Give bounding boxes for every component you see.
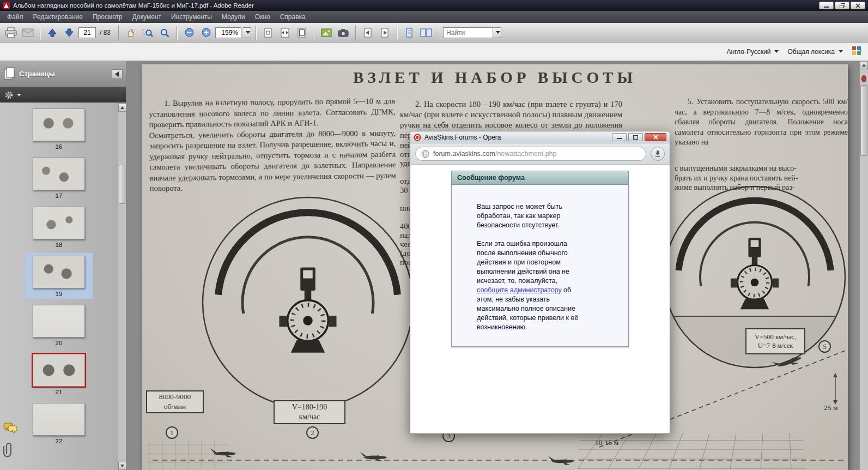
pages-icon (3, 67, 15, 81)
thumbnail-image[interactable] (33, 305, 85, 338)
toolbar-separator (177, 26, 177, 40)
zoom-out-button[interactable] (181, 25, 197, 40)
menu-window[interactable]: Окно (250, 11, 275, 22)
translator-icon[interactable] (852, 46, 861, 57)
arrow-down-icon (655, 150, 660, 157)
scrollbar-thumb[interactable] (860, 85, 867, 156)
toolbar-separator (118, 26, 119, 40)
magnifier-icon (160, 28, 169, 38)
actual-size-button[interactable] (260, 25, 276, 40)
forum-message-body: Ваш запрос не может быть обработан, так … (451, 185, 629, 347)
page-thumbnail[interactable]: 16 (25, 106, 93, 152)
zoom-dropdown-button[interactable] (243, 27, 251, 38)
fit-width-button[interactable] (277, 25, 293, 40)
text-column-1: 1. Вырулив на взлетную полосу, прорулить… (149, 96, 396, 194)
opera-close-button[interactable] (645, 133, 666, 141)
print-button[interactable] (3, 25, 19, 40)
previous-view-icon (363, 28, 373, 38)
dimension-10-15m: 10-15 м (595, 438, 618, 447)
chevron-down-icon (839, 50, 843, 53)
scroll-down-button[interactable] (118, 462, 126, 470)
forum-message-paragraph-2: Если эта ошибка произошла после выполнен… (477, 239, 587, 332)
opera-minimize-button[interactable] (612, 133, 627, 141)
opera-titlebar[interactable]: AviaSkins.Forums - Opera (410, 131, 670, 143)
menu-edit[interactable]: Редактирование (28, 11, 88, 22)
zoom-out-icon (185, 28, 194, 37)
comments-panel-button[interactable] (3, 422, 17, 436)
download-button[interactable] (651, 147, 665, 161)
page-title: ВЗЛЕТ И НАБОР ВЫСОТЫ (142, 69, 848, 87)
text-column-3-continued: с выпущенными закрылками на высо- брать … (675, 164, 848, 192)
arrow-up-icon (47, 28, 57, 38)
printer-icon (5, 27, 17, 38)
sidebar-scrollbar[interactable] (118, 104, 126, 470)
thumbnail-image[interactable] (33, 109, 85, 141)
notify-admin-link[interactable]: сообщите администратору (477, 286, 562, 294)
pages-panel: Страницы 16 17 18 19 20 21 (0, 61, 126, 470)
thumbnail-image[interactable] (33, 256, 85, 288)
page-thumbnail-current[interactable]: 21 (25, 351, 93, 397)
two-page-layout-button[interactable] (418, 25, 434, 40)
forum-message-header: Сообщение форума (451, 171, 629, 185)
close-button[interactable] (851, 2, 865, 9)
lexicon-dropdown[interactable]: Общая лексика (787, 48, 843, 56)
zoom-in-button[interactable] (198, 25, 214, 40)
attachments-panel-button[interactable] (3, 442, 14, 460)
opera-icon (414, 134, 421, 141)
next-view-button[interactable] (377, 25, 392, 40)
next-page-button[interactable] (62, 25, 77, 40)
fit-page-button[interactable] (294, 25, 309, 40)
dictionary-plugin-bar: Англо-Русский Общая лексика (0, 43, 868, 61)
dynamic-zoom-button[interactable] (157, 25, 172, 40)
scroll-up-button[interactable] (118, 104, 126, 112)
menu-document[interactable]: Документ (128, 11, 166, 22)
minimize-button[interactable] (819, 2, 834, 9)
collapse-panel-button[interactable] (112, 69, 123, 79)
page-thumbnail[interactable]: 22 (25, 400, 93, 446)
url-field[interactable]: forum.aviaskins.com/newattachment.php (415, 147, 646, 161)
previous-page-button[interactable] (45, 25, 60, 40)
restore-button[interactable] (835, 2, 849, 9)
thumbnail-image[interactable] (33, 207, 85, 239)
desktop: { "window": { "title": "Альбом наглядных… (0, 0, 868, 470)
previous-view-button[interactable] (360, 25, 375, 40)
page-thumbnail[interactable]: 20 (25, 302, 93, 348)
thumbnail-label: 19 (56, 291, 63, 297)
menu-view[interactable]: Просмотр (88, 11, 128, 22)
page-thumbnail[interactable]: 17 (25, 155, 93, 201)
page-number-input[interactable] (78, 27, 96, 38)
picture-icon (321, 28, 332, 37)
chevron-down-icon (246, 31, 250, 34)
find-dropdown-button[interactable] (493, 27, 501, 38)
find-input[interactable] (443, 27, 493, 38)
paragraph-text: Если эта ошибка произошла после выполнен… (477, 240, 569, 285)
thumbnail-image[interactable] (33, 158, 85, 190)
menu-help[interactable]: Справка (275, 11, 311, 22)
gear-icon (5, 91, 13, 99)
scroll-up-button[interactable] (860, 61, 868, 69)
snapshot-tool-button[interactable] (336, 25, 351, 40)
zoom-level-box[interactable]: 159% (215, 27, 241, 38)
picture-tool-button[interactable] (319, 25, 334, 40)
scrollbar-thumb[interactable] (119, 165, 125, 204)
opera-page-content: Сообщение форума Ваш запрос не может быт… (411, 165, 669, 433)
menu-file[interactable]: Файл (2, 11, 28, 22)
thumbnail-label: 22 (56, 438, 63, 444)
dictionary-direction-dropdown[interactable]: Англо-Русский (726, 48, 779, 56)
thumbnail-image[interactable] (33, 403, 85, 436)
step-marker-2: 2 (306, 426, 319, 439)
email-button[interactable] (20, 25, 35, 40)
hand-tool-button[interactable] (123, 25, 138, 40)
thumbnail-label: 20 (56, 340, 63, 346)
panel-options-bar[interactable] (0, 87, 126, 103)
thumbnail-image[interactable] (33, 354, 85, 387)
page-thumbnail[interactable]: 19 (25, 253, 93, 299)
url-path: /newattachment.php (495, 150, 557, 158)
menu-plugins[interactable]: Модули (217, 11, 250, 22)
page-thumbnail[interactable]: 18 (25, 204, 93, 250)
single-page-layout-button[interactable] (402, 25, 417, 40)
marquee-zoom-button[interactable] (140, 25, 155, 40)
document-scrollbar[interactable] (859, 61, 868, 470)
menu-tools[interactable]: Инструменты (166, 11, 217, 22)
opera-maximize-button[interactable] (628, 133, 643, 141)
